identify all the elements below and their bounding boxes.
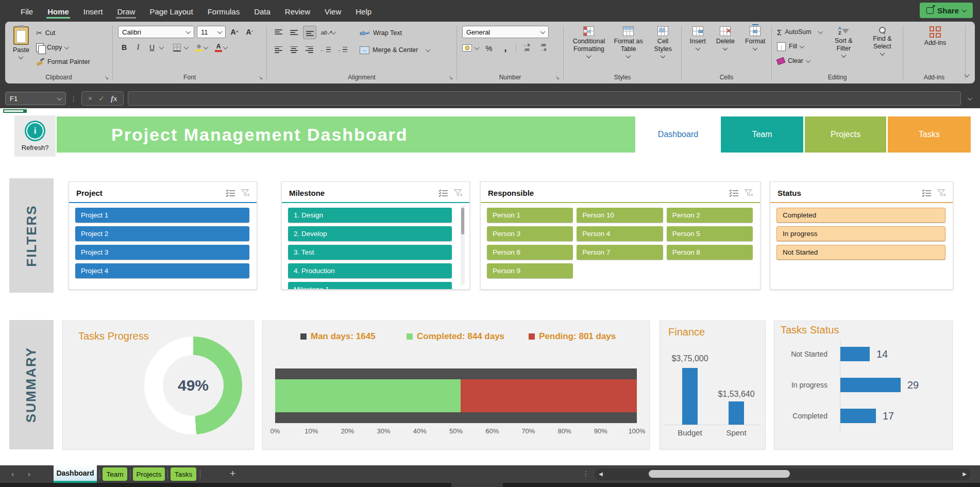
add-sheet-button[interactable]: +	[230, 468, 235, 479]
slicer-item[interactable]: Person 9	[487, 263, 573, 278]
insert-cells-button[interactable]: Insert	[687, 26, 708, 51]
merge-center-button[interactable]: ↔Merge & Center	[360, 44, 430, 56]
clear-button[interactable]: Clear	[777, 55, 822, 67]
slicer-item[interactable]: Person 4	[577, 226, 663, 241]
align-center-button[interactable]	[288, 43, 300, 56]
menu-home[interactable]: Home	[40, 7, 76, 21]
align-middle-button[interactable]	[288, 26, 300, 39]
slicer-item[interactable]: Not Started	[776, 245, 945, 260]
menu-formulas[interactable]: Formulas	[200, 7, 247, 21]
slicer-scrollbar[interactable]	[461, 206, 465, 285]
font-color-button[interactable]: A	[215, 43, 222, 52]
slicer-item[interactable]: 3. Test	[288, 245, 452, 260]
font-size-select[interactable]: 11	[197, 26, 226, 38]
slicer-item[interactable]: Person 1	[487, 208, 573, 223]
addins-button[interactable]: Add-ins	[922, 26, 949, 47]
scrollbar-thumb[interactable]	[649, 470, 790, 478]
slicer-item[interactable]: Project 2	[75, 226, 249, 241]
decrease-decimal-button[interactable]: .00→0	[537, 42, 549, 54]
increase-decimal-button[interactable]: ←0.00	[520, 42, 533, 54]
sheet-tab-tasks[interactable]: Tasks	[171, 467, 196, 481]
header-tab-projects[interactable]: Projects	[805, 116, 886, 153]
formula-input[interactable]	[128, 91, 961, 106]
enter-icon[interactable]: ✓	[98, 95, 105, 102]
multi-select-icon[interactable]	[922, 189, 932, 197]
next-sheet-icon[interactable]: ›	[28, 470, 30, 478]
cut-button[interactable]: ✂Cut	[36, 27, 90, 39]
slicer-item[interactable]: Project 4	[75, 263, 249, 278]
slicer-item[interactable]: In progress	[776, 226, 945, 241]
clear-filter-icon[interactable]	[744, 189, 754, 197]
increase-indent-button[interactable]: →	[335, 43, 348, 56]
bold-button[interactable]: B	[118, 41, 130, 54]
scroll-right-icon[interactable]: ▶	[962, 471, 967, 477]
find-select-button[interactable]: Find & Select	[865, 26, 900, 56]
autosum-button[interactable]: ΣAutoSum	[777, 26, 822, 38]
fill-button[interactable]: ↓Fill	[777, 40, 822, 53]
orientation-button[interactable]: ab↗	[319, 26, 337, 39]
slicer-item[interactable]: 2. Develop	[288, 226, 452, 241]
menu-view[interactable]: View	[317, 7, 348, 21]
increase-font-icon[interactable]: A^	[228, 26, 241, 38]
comma-style-button[interactable]: ,	[499, 42, 512, 54]
sheet-tab-team[interactable]: Team	[103, 467, 127, 481]
slicer-item[interactable]: Person 10	[577, 208, 663, 223]
header-tab-team[interactable]: Team	[721, 116, 803, 153]
borders-button[interactable]	[171, 41, 183, 54]
menu-draw[interactable]: Draw	[110, 7, 142, 21]
header-tab-tasks[interactable]: Tasks	[888, 116, 971, 153]
font-name-select[interactable]: Calibri	[118, 26, 194, 38]
format-as-table-button[interactable]: Format as Table	[611, 26, 646, 59]
chevron-down-icon[interactable]	[184, 44, 189, 49]
conditional-formatting-button[interactable]: Conditional Formatting	[569, 26, 609, 59]
align-right-button[interactable]	[303, 43, 315, 56]
format-cells-button[interactable]: Format	[742, 26, 768, 51]
chevron-down-icon[interactable]	[223, 44, 228, 49]
horizontal-scrollbar[interactable]: ◀ ▶	[594, 467, 972, 481]
delete-cells-button[interactable]: Delete	[714, 26, 737, 51]
collapse-ribbon-icon[interactable]	[965, 72, 970, 77]
chevron-down-icon[interactable]	[159, 44, 164, 49]
decrease-font-icon[interactable]: Aˇ	[243, 26, 256, 38]
slicer-item[interactable]: Person 8	[667, 245, 753, 260]
scroll-left-icon[interactable]: ◀	[599, 471, 603, 477]
sort-filter-button[interactable]: AZ Sort & Filter	[826, 26, 861, 58]
slicer-item[interactable]: 4. Production	[288, 263, 452, 278]
menu-insert[interactable]: Insert	[76, 7, 110, 21]
multi-select-icon[interactable]	[729, 189, 739, 197]
cell-styles-button[interactable]: Cell Styles	[648, 26, 678, 59]
italic-button[interactable]: I	[132, 41, 144, 54]
slicer-item[interactable]: Person 6	[487, 245, 573, 260]
slicer-item[interactable]: Person 7	[577, 245, 663, 260]
refresh-button[interactable]: i Refresh?	[14, 115, 56, 157]
decrease-indent-button[interactable]: ←	[318, 43, 332, 56]
prev-sheet-icon[interactable]: ‹	[11, 470, 14, 478]
sheet-tab-projects[interactable]: Projects	[133, 467, 165, 481]
menu-data[interactable]: Data	[247, 7, 278, 21]
header-tab-dashboard[interactable]: Dashboard	[637, 116, 719, 153]
dialog-launcher-icon[interactable]: ↘	[449, 75, 453, 80]
dialog-launcher-icon[interactable]: ↘	[555, 75, 560, 80]
slicer-item[interactable]: 1. Design	[288, 208, 452, 223]
dialog-launcher-icon[interactable]: ↘	[259, 75, 263, 80]
accounting-format-button[interactable]	[462, 42, 479, 54]
wrap-text-button[interactable]: ab↵Wrap Text	[360, 27, 430, 39]
fill-color-button[interactable]: ◆	[195, 43, 202, 52]
insert-function-icon[interactable]: fx	[111, 94, 117, 103]
align-top-button[interactable]	[272, 26, 284, 39]
name-box[interactable]: F1	[5, 92, 66, 105]
sheet-tab-dashboard[interactable]: Dashboard	[54, 465, 97, 483]
slicer-item[interactable]: Project 3	[75, 245, 249, 260]
share-button[interactable]: Share	[920, 3, 973, 18]
underline-button[interactable]: U	[146, 41, 158, 54]
paste-button[interactable]: Paste	[10, 26, 32, 60]
percent-style-button[interactable]: %	[483, 42, 495, 54]
number-format-select[interactable]: General	[462, 26, 549, 38]
clear-filter-icon[interactable]	[241, 189, 250, 197]
menu-help[interactable]: Help	[348, 7, 379, 21]
multi-select-icon[interactable]	[226, 189, 235, 197]
slicer-item[interactable]: Person 3	[487, 226, 573, 241]
menu-review[interactable]: Review	[278, 7, 317, 21]
slicer-item[interactable]: Completed	[776, 208, 945, 223]
slicer-item[interactable]: Person 2	[667, 208, 753, 223]
